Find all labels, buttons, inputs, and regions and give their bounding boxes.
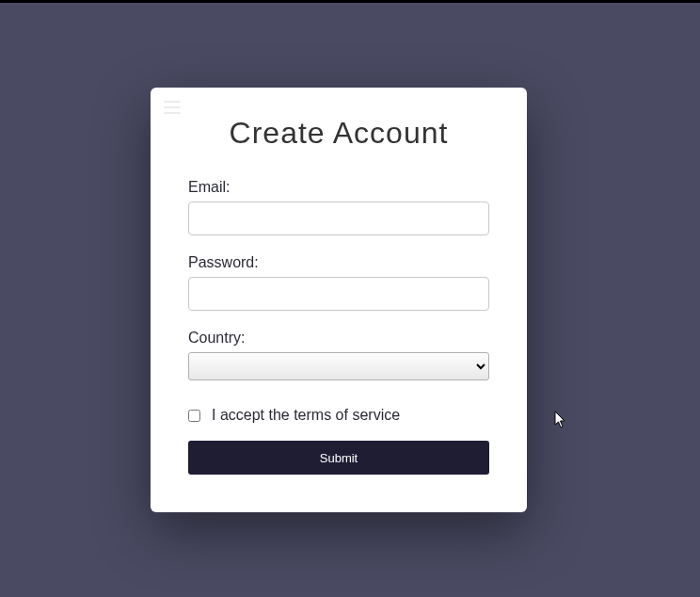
email-label: Email: xyxy=(188,179,489,196)
email-field[interactable] xyxy=(188,202,489,235)
terms-row: I accept the terms of service xyxy=(188,407,489,424)
country-label: Country: xyxy=(188,330,489,347)
email-field-group: Email: xyxy=(188,179,489,235)
submit-button[interactable]: Submit xyxy=(188,441,489,475)
signup-card: Create Account Email: Password: Country:… xyxy=(151,88,527,512)
terms-label: I accept the terms of service xyxy=(212,407,400,424)
mouse-cursor xyxy=(554,411,567,429)
terms-checkbox[interactable] xyxy=(188,410,200,422)
password-label: Password: xyxy=(188,254,489,271)
country-select[interactable] xyxy=(188,352,489,380)
menu-icon[interactable] xyxy=(164,101,181,114)
country-field-group: Country: xyxy=(188,330,489,380)
password-field[interactable] xyxy=(188,277,489,311)
window-topbar xyxy=(0,0,700,3)
page-title: Create Account xyxy=(188,116,489,151)
password-field-group: Password: xyxy=(188,254,489,311)
